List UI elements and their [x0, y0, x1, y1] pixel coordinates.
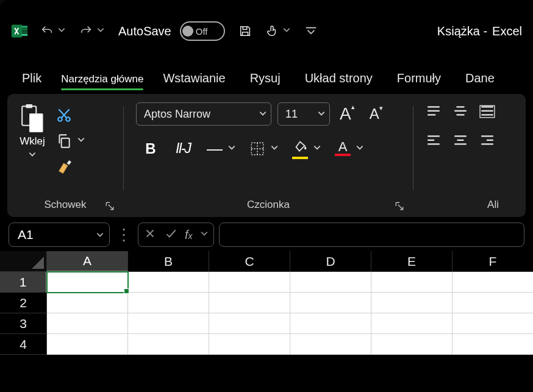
column-header[interactable]: B: [128, 251, 209, 272]
paste-icon: [20, 104, 45, 133]
formula-bar-row: A1 ⋮ fx: [0, 217, 533, 251]
tab-page-layout[interactable]: Układ strony: [294, 66, 384, 94]
clipboard-dialog-launcher[interactable]: [105, 201, 115, 211]
chevron-down-icon: [356, 143, 364, 154]
autosave-control: AutoSave Off: [118, 21, 225, 41]
column-header[interactable]: A: [47, 251, 128, 272]
cell[interactable]: [209, 334, 290, 355]
select-all-corner[interactable]: [0, 251, 47, 272]
group-clipboard-label: Schowek: [20, 199, 111, 217]
align-top-button[interactable]: [426, 105, 442, 121]
font-color-button[interactable]: A: [335, 141, 364, 156]
cell[interactable]: [453, 272, 533, 293]
cell[interactable]: [209, 293, 290, 313]
align-bottom-button[interactable]: [479, 105, 495, 121]
document-name: Książka -: [437, 24, 487, 38]
font-name-combo[interactable]: Aptos Narrow: [136, 102, 271, 126]
align-middle-button[interactable]: [453, 105, 468, 121]
row-header[interactable]: 4: [0, 334, 47, 355]
customize-qat-button[interactable]: [304, 24, 318, 38]
app-name: Excel: [492, 24, 522, 38]
font-size-combo[interactable]: 11: [277, 102, 330, 126]
cells-area: [47, 272, 533, 355]
align-left-button[interactable]: [426, 134, 442, 150]
fill-color-button[interactable]: [292, 138, 321, 159]
column-header[interactable]: F: [453, 251, 533, 272]
cell[interactable]: [47, 272, 128, 293]
cell[interactable]: [47, 313, 128, 334]
cell[interactable]: [128, 334, 209, 355]
cell[interactable]: [290, 313, 371, 334]
chevron-down-icon: [270, 143, 279, 154]
font-dialog-launcher[interactable]: [395, 201, 404, 211]
tab-insert[interactable]: Wstawianie: [152, 66, 236, 94]
column-header[interactable]: C: [209, 251, 290, 272]
tab-draw[interactable]: Rysuj: [239, 66, 292, 94]
svg-rect-6: [26, 104, 32, 108]
align-right-button[interactable]: [479, 134, 495, 150]
cell[interactable]: [128, 293, 209, 313]
chevron-down-icon: [317, 108, 326, 121]
group-font: Aptos Narrow 11 A▴ A▾: [124, 98, 413, 217]
cell[interactable]: [371, 293, 453, 313]
window-title: Książka - Excel: [437, 24, 522, 38]
font-size-value: 11: [285, 108, 298, 121]
enter-formula-button[interactable]: [164, 227, 177, 243]
column-header[interactable]: E: [371, 251, 453, 272]
name-box[interactable]: A1: [9, 223, 110, 247]
cell[interactable]: [453, 334, 533, 355]
formula-bar[interactable]: [219, 223, 524, 247]
row-header[interactable]: 2: [0, 293, 47, 313]
italic-button[interactable]: II-J: [173, 140, 193, 157]
tab-formulas[interactable]: Formuły: [386, 66, 452, 94]
column-headers: A B C D E F: [47, 251, 533, 272]
redo-button[interactable]: [79, 24, 105, 38]
tab-home[interactable]: Narzędzia główne: [55, 68, 149, 94]
cell[interactable]: [209, 313, 290, 334]
insert-function-button[interactable]: fx: [185, 228, 193, 242]
titlebar: AutoSave Off Książka - Excel: [0, 0, 533, 62]
cancel-formula-button[interactable]: [143, 227, 157, 243]
chevron-down-icon: [282, 26, 291, 37]
cell[interactable]: [290, 293, 371, 313]
borders-button[interactable]: [249, 141, 279, 157]
autosave-toggle[interactable]: Off: [180, 21, 225, 41]
undo-button[interactable]: [40, 24, 66, 38]
svg-rect-10: [62, 138, 70, 148]
row-header[interactable]: 1: [0, 272, 47, 293]
cell[interactable]: [453, 313, 533, 334]
cell[interactable]: [209, 272, 290, 293]
save-button[interactable]: [238, 24, 252, 38]
ribbon: Wklej Schowek: [7, 94, 526, 217]
cell[interactable]: [371, 334, 453, 355]
tab-file[interactable]: Plik: [11, 66, 52, 94]
paste-label[interactable]: Wklej: [20, 135, 45, 148]
decrease-font-size-button[interactable]: A▾: [370, 105, 383, 123]
chevron-down-icon[interactable]: [28, 150, 37, 161]
cell[interactable]: [453, 293, 533, 313]
cut-button[interactable]: [56, 106, 85, 124]
chevron-down-icon: [96, 26, 105, 37]
format-painter-button[interactable]: [56, 157, 85, 176]
bold-button[interactable]: B: [142, 140, 159, 157]
cell[interactable]: [371, 313, 453, 334]
column-header[interactable]: D: [290, 251, 371, 272]
touch-mode-button[interactable]: [265, 24, 291, 38]
underline-button[interactable]: [207, 143, 236, 154]
increase-font-size-button[interactable]: A▴: [340, 104, 355, 124]
autosave-label: AutoSave: [118, 24, 171, 38]
tab-data[interactable]: Dane: [454, 66, 506, 94]
cell[interactable]: [128, 313, 209, 334]
cell[interactable]: [290, 334, 371, 355]
align-center-button[interactable]: [453, 134, 468, 150]
cell[interactable]: [47, 334, 128, 355]
chevron-down-icon[interactable]: [200, 229, 209, 240]
formula-buttons: fx: [138, 223, 214, 247]
cell[interactable]: [290, 272, 371, 293]
copy-button[interactable]: [56, 132, 85, 150]
cell[interactable]: [128, 272, 209, 293]
cell[interactable]: [47, 293, 128, 313]
cell[interactable]: [371, 272, 453, 293]
row-header[interactable]: 3: [0, 313, 47, 334]
quick-access-toolbar: AutoSave Off: [40, 21, 318, 41]
